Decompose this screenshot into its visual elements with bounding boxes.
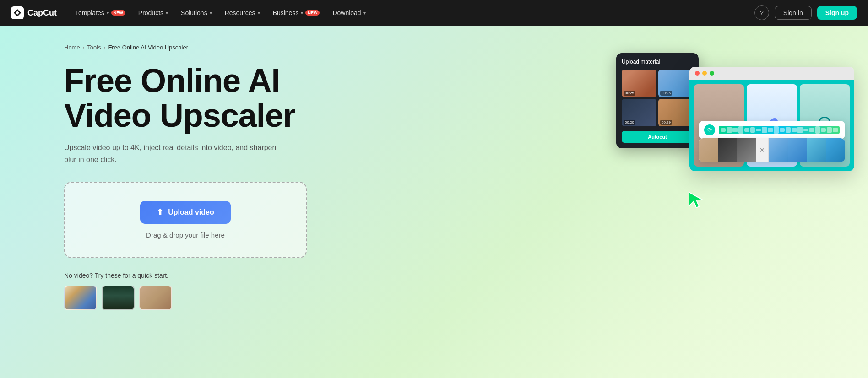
upload-thumb-4[interactable]: 00:29	[658, 99, 693, 126]
chevron-down-icon: ▾	[107, 11, 109, 16]
upload-icon: ⬆	[157, 207, 163, 217]
hero-subtitle: Upscale video up to 4K, inject real deta…	[64, 142, 284, 165]
editor-header	[689, 67, 854, 80]
nav-item-products[interactable]: Products ▾	[133, 6, 174, 19]
nav-item-business[interactable]: Business ▾ New	[267, 6, 326, 19]
quick-thumb-1[interactable]	[64, 286, 97, 310]
chevron-down-icon: ▾	[363, 11, 366, 16]
breadcrumb-home[interactable]: Home	[64, 44, 80, 51]
breadcrumb-sep-1: ›	[83, 45, 85, 50]
timeline-bar: ⟳	[699, 121, 845, 139]
logo[interactable]: CapCut	[11, 6, 57, 19]
upload-thumb-3[interactable]: 00:20	[622, 99, 656, 126]
chevron-down-icon: ▾	[166, 11, 168, 16]
film-frame-1	[699, 138, 718, 162]
dot-red	[695, 71, 700, 76]
film-frame-6	[807, 138, 826, 162]
signup-button[interactable]: Sign up	[817, 6, 857, 20]
nav-item-resources[interactable]: Resources ▾	[219, 6, 266, 19]
nav-item-templates[interactable]: Templates ▾ New	[70, 6, 131, 19]
chevron-down-icon: ▾	[210, 11, 212, 16]
quick-start: No video? Try these for a quick start.	[64, 272, 311, 310]
chevron-down-icon: ▾	[301, 11, 303, 16]
waveform-visual	[719, 126, 840, 134]
quick-thumb-2[interactable]	[102, 286, 135, 310]
film-frame-2	[718, 138, 737, 162]
quick-thumb-3[interactable]	[139, 286, 172, 310]
upload-thumb-2[interactable]: 00:25	[658, 70, 693, 97]
dot-yellow	[702, 71, 707, 76]
upload-material-title: Upload material	[622, 59, 693, 65]
film-frame-7	[826, 138, 845, 162]
hero-section: Home › Tools › Free Online AI Video Upsc…	[0, 26, 868, 378]
navbar: CapCut Templates ▾ New Products ▾ Soluti…	[0, 0, 868, 26]
help-icon[interactable]: ?	[754, 5, 769, 20]
film-frame-3	[737, 138, 756, 162]
nav-items: Templates ▾ New Products ▾ Solutions ▾ R…	[70, 6, 754, 19]
breadcrumb: Home › Tools › Free Online AI Video Upsc…	[64, 44, 311, 51]
film-frame-4	[769, 138, 788, 162]
breadcrumb-current: Free Online AI Video Upscaler	[108, 44, 188, 51]
nav-right: ? Sign in Sign up	[754, 5, 857, 20]
timeline-icon: ⟳	[704, 124, 715, 135]
signin-button[interactable]: Sign in	[775, 6, 812, 20]
editor-card: ⟳	[689, 67, 854, 171]
upload-material-card: Upload material 00:25 00:25 00:20 00:29 …	[616, 53, 699, 148]
nav-item-download[interactable]: Download ▾	[327, 6, 371, 19]
quick-thumbs	[64, 286, 311, 310]
autocut-button[interactable]: Autocut	[622, 131, 693, 143]
filmstrip: ✕	[699, 138, 845, 162]
hero-content: Home › Tools › Free Online AI Video Upsc…	[0, 26, 348, 338]
nav-item-solutions[interactable]: Solutions ▾	[175, 6, 217, 19]
hero-illustration: Upload material 00:25 00:25 00:20 00:29 …	[616, 53, 854, 309]
chevron-down-icon: ▾	[258, 11, 260, 16]
upload-button[interactable]: ⬆ Upload video	[140, 201, 230, 224]
logo-text: CapCut	[27, 8, 57, 18]
upload-box: ⬆ Upload video Drag & drop your file her…	[64, 182, 307, 258]
upload-grid: 00:25 00:25 00:20 00:29	[622, 70, 693, 126]
quick-start-label: No video? Try these for a quick start.	[64, 272, 311, 279]
breadcrumb-tools[interactable]: Tools	[87, 44, 101, 51]
film-split-icon: ✕	[756, 138, 769, 162]
drag-drop-text: Drag & drop your file here	[146, 231, 225, 239]
page-title: Free Online AI Video Upscaler	[64, 64, 311, 133]
film-frame-5	[788, 138, 807, 162]
upload-thumb-1[interactable]: 00:25	[622, 70, 656, 97]
waveform-bar	[719, 126, 840, 134]
breadcrumb-sep-2: ›	[104, 45, 106, 50]
capcut-logo-icon	[11, 6, 24, 19]
dot-green	[710, 71, 714, 76]
